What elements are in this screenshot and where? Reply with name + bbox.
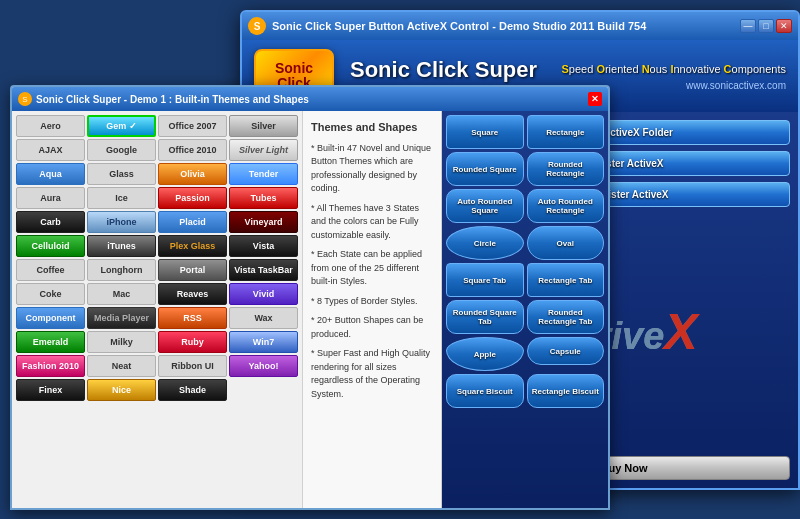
- desc-bullet: * 8 Types of Border Styles.: [311, 295, 433, 309]
- theme-cell[interactable]: Reaves: [158, 283, 227, 305]
- theme-cell[interactable]: Shade: [158, 379, 227, 401]
- sonic-tagline: Speed Oriented Nous Innovative Component…: [562, 61, 787, 79]
- shape-button[interactable]: Apple: [446, 337, 524, 371]
- theme-cell[interactable]: Office 2007: [158, 115, 227, 137]
- theme-cell[interactable]: Portal: [158, 259, 227, 281]
- inner-titlebar: S Sonic Click Super - Demo 1 : Built-in …: [12, 87, 608, 111]
- theme-cell[interactable]: Office 2010: [158, 139, 227, 161]
- theme-cell[interactable]: Aero: [16, 115, 85, 137]
- shape-button[interactable]: Square Biscuit: [446, 374, 524, 408]
- theme-cell[interactable]: Vineyard: [229, 211, 298, 233]
- theme-cell[interactable]: Ribbon UI: [158, 355, 227, 377]
- theme-cell[interactable]: Silver Light: [229, 139, 298, 161]
- theme-cell[interactable]: Yahoo!: [229, 355, 298, 377]
- theme-cell[interactable]: Tubes: [229, 187, 298, 209]
- shape-button[interactable]: Rectangle Biscuit: [527, 374, 605, 408]
- shape-button[interactable]: Square Tab: [446, 263, 524, 297]
- theme-cell[interactable]: Longhorn: [87, 259, 156, 281]
- outer-title-icon: S: [248, 17, 266, 35]
- description-panel: Themes and Shapes * Built-in 47 Novel an…: [302, 111, 442, 508]
- outer-title-text: Sonic Click Super Button ActiveX Control…: [272, 20, 738, 32]
- theme-cell[interactable]: Coffee: [16, 259, 85, 281]
- theme-cell[interactable]: AJAX: [16, 139, 85, 161]
- desc-title: Themes and Shapes: [311, 119, 433, 136]
- theme-cell[interactable]: Coke: [16, 283, 85, 305]
- shape-button[interactable]: Square: [446, 115, 524, 149]
- theme-cell[interactable]: iTunes: [87, 235, 156, 257]
- shape-button[interactable]: Rounded Rectangle Tab: [527, 300, 605, 334]
- activex-x-letter: X: [664, 304, 697, 360]
- shape-button[interactable]: Rounded Square Tab: [446, 300, 524, 334]
- shape-button[interactable]: Circle: [446, 226, 524, 260]
- minimize-button[interactable]: —: [740, 19, 756, 33]
- shape-button[interactable]: Oval: [527, 226, 605, 260]
- theme-cell[interactable]: Emerald: [16, 331, 85, 353]
- theme-cell[interactable]: Mac: [87, 283, 156, 305]
- shape-button[interactable]: Rounded Rectangle: [527, 152, 605, 186]
- theme-cell[interactable]: Olivia: [158, 163, 227, 185]
- desc-bullet: * Super Fast and High Quality rendering …: [311, 347, 433, 401]
- inner-close-button[interactable]: ✕: [588, 92, 602, 106]
- theme-grid: AeroGem ✓Office 2007SilverAJAXGoogleOffi…: [12, 111, 302, 508]
- theme-cell[interactable]: Celluloid: [16, 235, 85, 257]
- desc-bullet: * 20+ Button Shapes can be produced.: [311, 314, 433, 341]
- shape-button[interactable]: Auto Rounded Rectangle: [527, 189, 605, 223]
- theme-cell[interactable]: iPhone: [87, 211, 156, 233]
- inner-title-icon: S: [18, 92, 32, 106]
- theme-cell[interactable]: Neat: [87, 355, 156, 377]
- shape-button[interactable]: Rectangle: [527, 115, 605, 149]
- theme-cell[interactable]: Carb: [16, 211, 85, 233]
- shape-button[interactable]: Rectangle Tab: [527, 263, 605, 297]
- desc-bullet: * Built-in 47 Novel and Unique Button Th…: [311, 142, 433, 196]
- theme-cell[interactable]: Placid: [158, 211, 227, 233]
- desc-bullet: * Each State can be applied from one of …: [311, 248, 433, 289]
- theme-cell[interactable]: Vivid: [229, 283, 298, 305]
- close-button[interactable]: ✕: [776, 19, 792, 33]
- shape-button[interactable]: Auto Rounded Square: [446, 189, 524, 223]
- sonic-main-title: Sonic Click Super: [350, 57, 562, 83]
- theme-cell[interactable]: Tender: [229, 163, 298, 185]
- theme-cell[interactable]: Fashion 2010: [16, 355, 85, 377]
- shape-button[interactable]: Capsule: [527, 337, 605, 365]
- theme-cell[interactable]: Component: [16, 307, 85, 329]
- theme-cell[interactable]: Wax: [229, 307, 298, 329]
- theme-cell[interactable]: Google: [87, 139, 156, 161]
- inner-window: S Sonic Click Super - Demo 1 : Built-in …: [10, 85, 610, 510]
- theme-cell[interactable]: Ruby: [158, 331, 227, 353]
- theme-cell[interactable]: RSS: [158, 307, 227, 329]
- theme-cell[interactable]: Silver: [229, 115, 298, 137]
- outer-titlebar: S Sonic Click Super Button ActiveX Contr…: [242, 12, 798, 40]
- theme-cell[interactable]: Aura: [16, 187, 85, 209]
- maximize-button[interactable]: □: [758, 19, 774, 33]
- shape-button[interactable]: Rounded Square: [446, 152, 524, 186]
- theme-cell[interactable]: Gem ✓: [87, 115, 156, 137]
- inner-shapes-panel: SquareRectangleRounded SquareRounded Rec…: [442, 111, 608, 508]
- theme-cell[interactable]: Finex: [16, 379, 85, 401]
- theme-cell[interactable]: Milky: [87, 331, 156, 353]
- desc-bullet: * All Themes have 3 States and the color…: [311, 202, 433, 243]
- theme-cell[interactable]: Vista: [229, 235, 298, 257]
- theme-cell[interactable]: Vista TaskBar: [229, 259, 298, 281]
- inner-body: AeroGem ✓Office 2007SilverAJAXGoogleOffi…: [12, 111, 608, 508]
- theme-cell[interactable]: Media Player: [87, 307, 156, 329]
- desc-bullets: * Built-in 47 Novel and Unique Button Th…: [311, 142, 433, 402]
- theme-cell[interactable]: Nice: [87, 379, 156, 401]
- theme-cell[interactable]: Aqua: [16, 163, 85, 185]
- theme-cell[interactable]: Ice: [87, 187, 156, 209]
- theme-cell[interactable]: Passion: [158, 187, 227, 209]
- inner-title-text: Sonic Click Super - Demo 1 : Built-in Th…: [36, 94, 588, 105]
- theme-cell[interactable]: Glass: [87, 163, 156, 185]
- theme-cell[interactable]: Win7: [229, 331, 298, 353]
- theme-cell[interactable]: Plex Glass: [158, 235, 227, 257]
